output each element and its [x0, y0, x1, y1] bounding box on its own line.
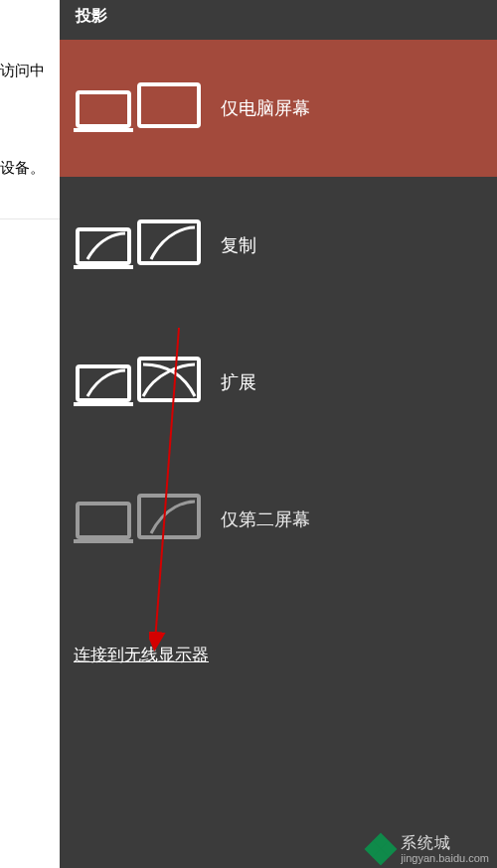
option-second-only[interactable]: 仅第二屏幕: [60, 451, 497, 588]
panel-title: 投影: [60, 0, 497, 40]
pc-only-icon: [74, 78, 203, 138]
bg-text-1: 访问中: [0, 62, 45, 80]
watermark-sub: jingyan.baidu.com: [401, 852, 489, 864]
option-pc-only[interactable]: 仅电脑屏幕: [60, 40, 497, 177]
bg-text-2: 设备。: [0, 159, 45, 178]
svg-rect-9: [78, 504, 129, 537]
project-panel: 投影 仅电脑屏幕: [60, 0, 497, 868]
background-left-strip: 访问中 设备。: [0, 0, 60, 868]
extend-icon: [74, 353, 203, 412]
svg-rect-0: [78, 92, 129, 126]
option-extend[interactable]: 扩展: [60, 314, 497, 451]
bg-divider: [0, 218, 60, 219]
option-duplicate[interactable]: 复制: [60, 177, 497, 314]
watermark-logo-icon: [367, 835, 395, 863]
option-label: 仅电脑屏幕: [221, 96, 310, 120]
svg-rect-2: [139, 84, 199, 126]
watermark-main: 系统城: [401, 834, 489, 852]
option-label: 仅第二屏幕: [221, 507, 310, 531]
second-only-icon: [74, 490, 203, 549]
option-label: 扩展: [221, 370, 256, 394]
option-label: 复制: [221, 233, 256, 257]
watermark: 系统城 jingyan.baidu.com: [367, 834, 489, 864]
connect-wireless-link[interactable]: 连接到无线显示器: [74, 644, 209, 666]
duplicate-icon: [74, 216, 203, 275]
